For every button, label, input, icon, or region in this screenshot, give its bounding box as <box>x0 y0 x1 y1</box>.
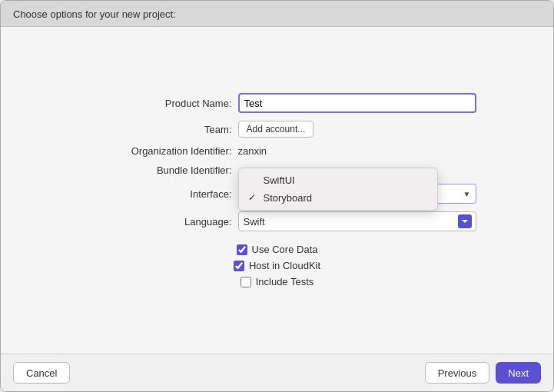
host-in-cloudkit-row: Host in CloudKit <box>234 260 320 271</box>
language-label: Language: <box>78 216 232 228</box>
include-tests-row: Include Tests <box>241 276 314 287</box>
form-area: Product Name: Team: Add account... Organ… <box>32 42 522 338</box>
previous-button[interactable]: Previous <box>425 362 490 384</box>
host-in-cloudkit-checkbox[interactable] <box>234 261 244 271</box>
storyboard-checkmark: ✓ <box>248 192 259 203</box>
language-control: Swift Objective-C <box>238 211 476 231</box>
org-identifier-label: Organization Identifier: <box>78 145 232 157</box>
product-name-control <box>238 93 476 113</box>
team-label: Team: <box>78 124 232 135</box>
interface-label: Interface: <box>78 188 232 200</box>
bundle-identifier-row: Bundle Identifier: SwiftUI ✓ Storyboard <box>32 164 522 176</box>
language-select[interactable]: Swift Objective-C <box>238 211 476 231</box>
org-identifier-value: zanxin <box>238 144 267 158</box>
language-select-wrapper: Swift Objective-C <box>238 211 476 231</box>
use-core-data-row: Use Core Data <box>237 244 318 255</box>
footer-left: Cancel <box>13 362 70 384</box>
swiftui-label: SwiftUI <box>264 174 295 186</box>
bundle-identifier-label: Bundle Identifier: <box>78 164 232 176</box>
interface-dropdown-arrow: ▼ <box>463 190 471 198</box>
include-tests-checkbox[interactable] <box>241 277 251 287</box>
use-core-data-checkbox[interactable] <box>237 244 247 255</box>
team-row: Team: Add account... <box>32 121 522 138</box>
team-control: Add account... <box>238 121 476 138</box>
product-name-input[interactable] <box>238 93 476 113</box>
product-name-row: Product Name: <box>32 93 522 113</box>
storyboard-label: Storyboard <box>264 192 313 204</box>
org-identifier-control: zanxin <box>238 145 476 157</box>
cancel-button[interactable]: Cancel <box>13 362 70 384</box>
include-tests-label: Include Tests <box>256 276 314 287</box>
use-core-data-label: Use Core Data <box>252 244 318 255</box>
main-window: Choose options for your new project: Pro… <box>0 0 554 392</box>
title-text: Choose options for your new project: <box>13 8 176 20</box>
footer: Cancel Previous Next <box>1 354 553 391</box>
checkboxes-area: Use Core Data Host in CloudKit Include T… <box>32 244 522 287</box>
add-account-button[interactable]: Add account... <box>238 121 314 138</box>
dropdown-item-swiftui[interactable]: SwiftUI <box>239 171 437 189</box>
org-identifier-row: Organization Identifier: zanxin <box>32 145 522 157</box>
host-in-cloudkit-label: Host in CloudKit <box>249 260 320 271</box>
title-bar: Choose options for your new project: <box>1 1 553 27</box>
product-name-label: Product Name: <box>78 98 232 109</box>
interface-dropdown-popup: SwiftUI ✓ Storyboard <box>238 168 438 211</box>
footer-right: Previous Next <box>425 362 541 384</box>
dropdown-item-storyboard[interactable]: ✓ Storyboard <box>239 189 437 207</box>
next-button[interactable]: Next <box>496 362 541 384</box>
content-area: Product Name: Team: Add account... Organ… <box>1 27 553 354</box>
language-row: Language: Swift Objective-C <box>32 211 522 231</box>
